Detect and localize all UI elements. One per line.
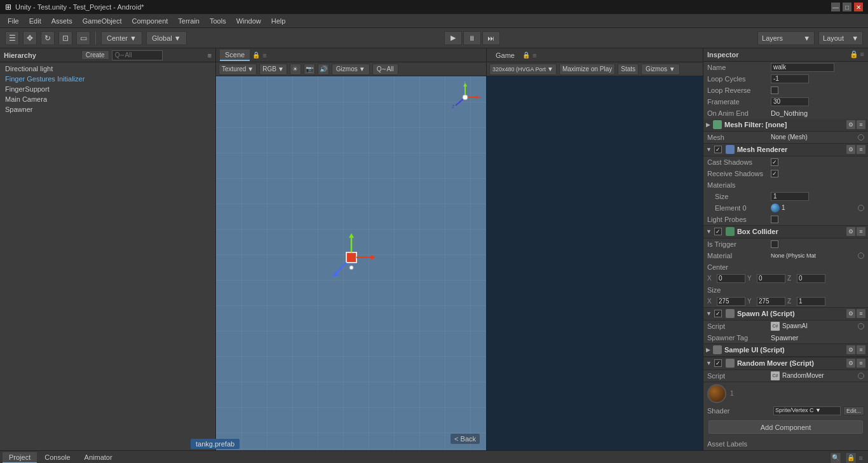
menu-edit[interactable]: Edit	[24, 16, 46, 26]
menu-help[interactable]: Help	[266, 16, 291, 26]
menu-tools[interactable]: Tools	[205, 16, 231, 26]
spawn-ai-header[interactable]: ▼ Spawn AI (Script) ⚙ ≡	[703, 308, 868, 321]
console-tab[interactable]: Console	[38, 452, 76, 464]
mesh-renderer-header[interactable]: ▼ Mesh Renderer ⚙ ≡	[703, 144, 868, 156]
inspector-menu-icon[interactable]: ≡	[860, 50, 864, 59]
inspector-name-input[interactable]	[771, 63, 834, 72]
size2-z-input[interactable]	[797, 297, 825, 306]
scene-menu-icon[interactable]: ≡	[262, 52, 266, 59]
hierarchy-menu-icon[interactable]: ≡	[208, 52, 212, 59]
receive-shadows-checkbox[interactable]	[771, 170, 778, 177]
menu-gameobject[interactable]: GameObject	[78, 16, 127, 26]
center-z-input[interactable]	[797, 274, 825, 283]
menu-component[interactable]: Component	[126, 16, 173, 26]
inspector-loop-reverse-checkbox[interactable]	[771, 86, 778, 94]
game-menu-icon[interactable]: ≡	[532, 52, 536, 59]
mesh-renderer-menu-icon[interactable]: ≡	[857, 145, 865, 154]
is-trigger-checkbox[interactable]	[771, 240, 778, 248]
scene-lock-icon[interactable]: 🔒	[252, 52, 260, 59]
sample-ui-menu-icon[interactable]: ≡	[857, 345, 865, 354]
mesh-renderer-enabled-checkbox[interactable]	[714, 146, 722, 153]
shader-edit-button[interactable]: Edit...	[843, 406, 864, 415]
cast-shadows-checkbox[interactable]	[771, 158, 778, 166]
game-maximize-button[interactable]: Maximize on Play	[559, 64, 615, 75]
hierarchy-item-finger-support[interactable]: FingerSupport	[0, 84, 215, 94]
menu-terrain[interactable]: Terrain	[173, 16, 205, 26]
box-collider-menu-icon[interactable]: ≡	[857, 227, 865, 236]
hierarchy-create-button[interactable]: Create	[81, 50, 109, 60]
scene-sun-icon[interactable]: ☀	[290, 64, 301, 75]
scene-view-dropdown[interactable]: Textured ▼	[219, 64, 257, 75]
animator-tab[interactable]: Animator	[78, 452, 119, 464]
element0-select-icon[interactable]	[858, 205, 864, 211]
play-button[interactable]: ▶	[444, 31, 462, 45]
spawn-ai-enabled-checkbox[interactable]	[714, 310, 722, 317]
hierarchy-item-main-camera[interactable]: Main Camera	[0, 94, 215, 104]
project-tab[interactable]: Project	[3, 452, 37, 464]
inspector-lock-icon[interactable]: 🔒	[850, 50, 858, 59]
spawn-ai-menu-icon[interactable]: ≡	[857, 309, 865, 318]
bottom-lock-icon[interactable]: 🔒	[845, 452, 857, 464]
collider-material-select-icon[interactable]	[858, 252, 864, 259]
hierarchy-item-directional-light[interactable]: Directional light	[0, 64, 215, 74]
layers-dropdown[interactable]: Layers ▼	[757, 31, 815, 45]
game-lock-icon[interactable]: 🔒	[522, 52, 530, 59]
menu-window[interactable]: Window	[231, 16, 266, 26]
random-mover-settings-icon[interactable]: ⚙	[846, 359, 855, 368]
move-tool-button[interactable]: ✥	[23, 31, 37, 45]
game-gizmos-dropdown[interactable]: Gizmos ▼	[641, 64, 680, 75]
pause-button[interactable]: ⏸	[463, 31, 481, 45]
scene-rgb-dropdown[interactable]: RGB ▼	[259, 64, 287, 75]
step-button[interactable]: ⏭	[482, 31, 500, 45]
maximize-button[interactable]: □	[843, 3, 851, 11]
title-bar-controls[interactable]: — □ ✕	[831, 3, 863, 11]
random-mover-header[interactable]: ▼ Random Mover (Script) ⚙ ≡	[703, 357, 868, 370]
menu-file[interactable]: File	[3, 16, 24, 26]
sample-ui-header[interactable]: ▶ Sample UI (Script) ⚙ ≡	[703, 344, 868, 357]
game-tab[interactable]: Game	[491, 50, 520, 60]
hierarchy-search-input[interactable]	[112, 50, 163, 60]
scene-sound-icon[interactable]: 🔊	[318, 64, 329, 75]
minimize-button[interactable]: —	[831, 3, 840, 11]
scene-gizmos-dropdown[interactable]: Gizmos ▼	[332, 64, 370, 75]
light-probes-checkbox[interactable]	[771, 216, 778, 223]
close-button[interactable]: ✕	[854, 3, 863, 11]
random-mover-menu-icon[interactable]: ≡	[857, 359, 865, 368]
scene-camera-icon[interactable]: 📷	[304, 64, 315, 75]
scene-all-dropdown[interactable]: Q∼All	[372, 64, 398, 75]
bottom-menu-icon[interactable]: ≡	[859, 454, 863, 462]
materials-size-input[interactable]	[771, 192, 809, 201]
box-collider-settings-icon[interactable]: ⚙	[846, 227, 855, 236]
bottom-search-icon[interactable]: 🔍	[830, 452, 841, 464]
rect-tool-button[interactable]: ▭	[76, 31, 90, 45]
mesh-filter-select-icon[interactable]	[858, 134, 864, 141]
inspector-framerate-input[interactable]	[771, 97, 809, 106]
inspector-loop-cycles-input[interactable]	[771, 74, 809, 83]
scene-back-button[interactable]: < Back	[451, 434, 480, 444]
mesh-filter-settings-icon[interactable]: ⚙	[846, 120, 855, 129]
mesh-filter-menu-icon[interactable]: ≡	[857, 120, 865, 129]
sample-ui-settings-icon[interactable]: ⚙	[846, 345, 855, 354]
pivot-button[interactable]: Center ▼	[101, 31, 142, 45]
scene-tab[interactable]: Scene	[220, 50, 250, 61]
size2-x-input[interactable]	[717, 297, 745, 306]
menu-assets[interactable]: Assets	[46, 16, 78, 26]
scene-viewport[interactable]: X Y Z	[216, 76, 486, 450]
random-mover-enabled-checkbox[interactable]	[714, 359, 722, 367]
game-stats-button[interactable]: Stats	[618, 64, 639, 75]
mesh-filter-header[interactable]: ▶ Mesh Filter: [none] ⚙ ≡	[703, 119, 868, 132]
hierarchy-item-finger-gestures[interactable]: Finger Gestures Initializer	[0, 74, 215, 84]
center-y-input[interactable]	[757, 274, 785, 283]
box-collider-enabled-checkbox[interactable]	[714, 228, 722, 235]
space-button[interactable]: Global ▼	[146, 31, 187, 45]
game-resolution-dropdown[interactable]: 320x480 (HVGA Port ▼	[489, 64, 557, 75]
spawn-ai-script-select-icon[interactable]	[858, 323, 864, 329]
game-viewport[interactable]	[487, 76, 703, 450]
shader-dropdown[interactable]: Sprite/Vertex C ▼	[773, 406, 841, 415]
hierarchy-item-spawner[interactable]: Spawner	[0, 104, 215, 114]
add-component-button[interactable]: Add Component	[709, 420, 863, 434]
box-collider-header[interactable]: ▼ Box Collider ⚙ ≡	[703, 226, 868, 238]
rotate-tool-button[interactable]: ↻	[41, 31, 55, 45]
random-mover-script-select-icon[interactable]	[858, 373, 864, 379]
spawn-ai-settings-icon[interactable]: ⚙	[846, 309, 855, 318]
